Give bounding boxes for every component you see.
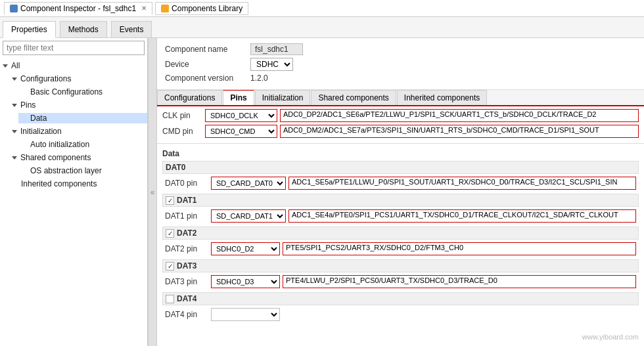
- dat3-pin-select[interactable]: SDHC0_D3: [211, 275, 280, 288]
- dat2-pin-signals: PTE5/SPI1_PCS2/UART3_RX/SDHC0_D2/FTM3_CH…: [283, 242, 636, 255]
- dat0-group: DAT0 DAT0 pin SD_CARD_DAT0 ADC1_SE5a/PTE…: [162, 161, 639, 191]
- dat4-header: DAT4: [162, 292, 639, 305]
- component-inspector-title: Component Inspector - fsl_sdhc1: [20, 4, 136, 13]
- dat2-label: DAT2: [177, 228, 196, 238]
- tree-item-all[interactable]: All: [0, 59, 147, 72]
- tree-label-configurations: Configurations: [20, 74, 71, 83]
- dat0-pin-row: DAT0 pin SD_CARD_DAT0 ADC1_SE5a/PTE1/LLW…: [162, 175, 639, 191]
- content-tabs: Configurations Pins Initialization Share…: [157, 90, 644, 106]
- splitter[interactable]: «: [148, 38, 157, 346]
- dat2-header: DAT2: [162, 227, 639, 240]
- component-name-label: Component name: [165, 45, 250, 54]
- main-content: Component name fsl_sdhc1 Device SDHC Com…: [157, 38, 644, 346]
- dat4-pin-select[interactable]: [211, 308, 280, 321]
- tree-label-data: Data: [30, 114, 47, 123]
- tab-properties[interactable]: Properties: [3, 21, 56, 38]
- clk-pin-select[interactable]: SDHC0_DCLK: [205, 109, 277, 122]
- tree-label-inherited-components: Inherited components: [21, 179, 97, 188]
- title-tab-components-library[interactable]: Components Library: [155, 2, 248, 15]
- info-row-device: Device SDHC: [165, 58, 636, 71]
- info-row-name: Component name fsl_sdhc1: [165, 43, 636, 55]
- device-select[interactable]: SDHC: [250, 58, 293, 71]
- dat1-pin-signals: ADC1_SE4a/PTE0/SPI1_PCS1/UART1_TX/SDHC0_…: [288, 209, 636, 223]
- info-row-version: Component version 1.2.0: [165, 74, 636, 83]
- tree-label-pins: Pins: [20, 100, 35, 110]
- tree-item-pins[interactable]: Pins: [9, 98, 147, 112]
- dat1-pin-select[interactable]: SD_CARD_DAT1: [211, 209, 286, 223]
- dat4-pin-row: DAT4 pin: [162, 307, 639, 322]
- tree-label-basic-configurations: Basic Configurations: [30, 87, 103, 97]
- filter-input[interactable]: [3, 41, 145, 55]
- dat2-pin-select[interactable]: SDHC0_D2: [211, 242, 280, 255]
- dat3-pin-signals: PTE4/LLWU_P2/SPI1_PCS0/UART3_TX/SDHC0_D3…: [283, 275, 636, 288]
- cmd-pin-label: CMD pin: [162, 127, 205, 136]
- version-value: 1.2.0: [250, 74, 268, 83]
- dat0-pin-select[interactable]: SD_CARD_DAT0: [211, 177, 286, 190]
- tree-label-all: All: [11, 61, 20, 70]
- dat3-label: DAT3: [177, 261, 196, 270]
- cmd-pin-row: CMD pin SDHC0_CMD ADC0_DM2/ADC1_SE7a/PTE…: [162, 125, 639, 138]
- tree-item-auto-initialization[interactable]: Auto initialization: [18, 138, 147, 151]
- version-label: Component version: [165, 74, 250, 83]
- expand-configurations-icon[interactable]: [12, 77, 17, 81]
- dat1-checkbox[interactable]: [166, 196, 174, 205]
- cmd-pin-signals: ADC0_DM2/ADC1_SE7a/PTE3/SPI1_SIN/UART1_R…: [280, 125, 639, 138]
- content-tab-configurations[interactable]: Configurations: [157, 90, 222, 105]
- title-tab-component-inspector[interactable]: Component Inspector - fsl_sdhc1 ✕: [4, 2, 152, 15]
- clk-pin-signals: ADC0_DP2/ADC1_SE6a/PTE2/LLWU_P1/SPI1_SCK…: [280, 109, 639, 122]
- dat3-pin-label: DAT3 pin: [165, 277, 211, 286]
- tree-item-initialization[interactable]: Initialization: [9, 125, 147, 138]
- tab-methods[interactable]: Methods: [60, 21, 107, 37]
- data-section-header: Data: [162, 149, 639, 158]
- expand-all-icon[interactable]: [3, 64, 8, 68]
- expand-pins-icon[interactable]: [12, 104, 17, 107]
- tab-events[interactable]: Events: [111, 21, 152, 37]
- tree-item-basic-configurations[interactable]: Basic Configurations: [18, 85, 147, 98]
- tree-item-configurations[interactable]: Configurations: [9, 72, 147, 85]
- cmd-pin-select[interactable]: SDHC0_CMD: [205, 125, 277, 138]
- dat4-group: DAT4 DAT4 pin: [162, 292, 639, 322]
- dat0-pin-label: DAT0 pin: [165, 179, 211, 188]
- dat1-pin-row: DAT1 pin SD_CARD_DAT1 ADC1_SE4a/PTE0/SPI…: [162, 208, 639, 224]
- dat2-pin-row: DAT2 pin SDHC0_D2 PTE5/SPI1_PCS2/UART3_R…: [162, 241, 639, 257]
- dat4-checkbox[interactable]: [166, 295, 174, 303]
- dat0-label: DAT0: [166, 163, 185, 172]
- top-tabs: Properties Methods Events: [0, 17, 644, 38]
- component-inspector-icon: [10, 5, 18, 12]
- component-name-value: fsl_sdhc1: [250, 43, 303, 55]
- dat3-group: DAT3 DAT3 pin SDHC0_D3 PTE4/LLWU_P2/SPI1…: [162, 259, 639, 290]
- sidebar: All Configurations Basic Configurations: [0, 38, 148, 346]
- dat2-group: DAT2 DAT2 pin SDHC0_D2 PTE5/SPI1_PCS2/UA…: [162, 227, 639, 257]
- dat0-header: DAT0: [162, 161, 639, 174]
- dat4-pin-label: DAT4 pin: [165, 310, 211, 319]
- dat0-pin-signals: ADC1_SE5a/PTE1/LLWU_P0/SPI1_SOUT/UART1_R…: [288, 177, 636, 190]
- dat4-label: DAT4: [177, 294, 196, 303]
- title-bar: Component Inspector - fsl_sdhc1 ✕ Compon…: [0, 0, 644, 17]
- tree-item-shared-components[interactable]: Shared components: [9, 151, 147, 164]
- dat2-pin-label: DAT2 pin: [165, 244, 211, 253]
- clk-pin-label: CLK pin: [162, 111, 205, 120]
- dat1-pin-label: DAT1 pin: [165, 211, 211, 221]
- close-component-inspector[interactable]: ✕: [141, 5, 147, 12]
- dat3-checkbox[interactable]: [166, 262, 174, 270]
- dat3-pin-row: DAT3 pin SDHC0_D3 PTE4/LLWU_P2/SPI1_PCS0…: [162, 274, 639, 290]
- content-tab-initialization[interactable]: Initialization: [255, 90, 311, 105]
- dat2-checkbox[interactable]: [166, 229, 174, 238]
- expand-initialization-icon[interactable]: [12, 130, 17, 133]
- device-label: Device: [165, 60, 250, 69]
- dat3-header: DAT3: [162, 259, 639, 272]
- tree-label-auto-initialization: Auto initialization: [30, 140, 89, 149]
- tree-label-initialization: Initialization: [20, 127, 62, 136]
- tree-item-os-abstraction[interactable]: OS abstraction layer: [18, 164, 147, 177]
- components-library-title: Components Library: [172, 4, 242, 13]
- data-section: Data DAT0 DAT0 pin SD_CARD_DAT0 ADC1_SE5…: [157, 144, 644, 346]
- tree-item-data[interactable]: Data: [18, 112, 147, 125]
- main-layout: All Configurations Basic Configurations: [0, 38, 644, 346]
- tree-label-os-abstraction: OS abstraction layer: [30, 166, 102, 175]
- expand-shared-components-icon[interactable]: [12, 156, 17, 160]
- watermark: www.yiboard.com: [582, 333, 639, 341]
- content-tab-shared-components[interactable]: Shared components: [311, 90, 396, 105]
- content-tab-inherited-components[interactable]: Inherited components: [397, 90, 487, 105]
- tree-item-inherited-components[interactable]: Inherited components: [9, 177, 147, 190]
- content-tab-pins[interactable]: Pins: [223, 90, 254, 105]
